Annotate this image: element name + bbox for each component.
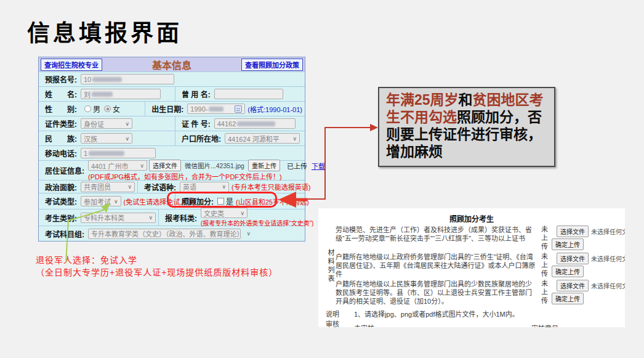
upload-status: 未上传 bbox=[539, 226, 549, 251]
residence-label: 居住证信息: bbox=[45, 165, 84, 176]
gender-male-text: 男 bbox=[93, 104, 100, 114]
page: { "page": { "title": "信息填报界面" }, "colors… bbox=[0, 0, 644, 358]
confirm-upload-button[interactable]: 确定上传 bbox=[552, 238, 584, 250]
material-text: 劳动模范、先进生产（工作）者及科技进步（成果）奖获证书、省级“五一劳动奖章”“新… bbox=[336, 226, 537, 243]
confirm-upload-button[interactable]: 确定上传 bbox=[552, 266, 584, 277]
household-label: 户口所在地: bbox=[182, 133, 221, 144]
no-file-text: 未选择任何文件 bbox=[591, 254, 625, 263]
no-file-text: 未选择任何文件 bbox=[591, 227, 625, 236]
bonus-checkbox-text: 是 bbox=[226, 196, 233, 206]
material-list-label: 材料列表 bbox=[326, 249, 336, 283]
callout-seg-black-1: 和 bbox=[459, 92, 473, 108]
note-label: 说明 bbox=[326, 309, 340, 319]
residence-note: (PDF或JPG格式，如有多张图片，合并为一个PDF文件后上传！) bbox=[88, 171, 325, 181]
row-id: 证件类型: 身份证 证 件 号: 44162 bbox=[39, 116, 305, 131]
upload-status: 未上传 bbox=[539, 280, 549, 306]
redacted-blur bbox=[92, 92, 113, 97]
birth-date-format-note: (格式:1990-01-01) bbox=[248, 104, 302, 114]
bonus-checkbox[interactable] bbox=[217, 198, 224, 205]
birth-date-label: 出生日期: bbox=[151, 104, 183, 114]
candidate-category-label: 考生类别: bbox=[45, 213, 77, 223]
exam-language-note: (专升本考生只能选报英语) bbox=[231, 182, 310, 192]
gender-label: 性 别: bbox=[45, 104, 77, 114]
no-file-text: 未选择任何文件 bbox=[591, 281, 625, 290]
bonus-label: 照顾加分: bbox=[182, 196, 214, 206]
former-name-input[interactable] bbox=[214, 89, 283, 99]
bonus-note: (山区县和25岁不用勾选) bbox=[236, 197, 309, 206]
exam-language-label: 考试语种: bbox=[144, 182, 176, 192]
callout-note: 年满25周岁和贫困地区考生不用勾选照顾加分，否则要上传证件进行审核，增加麻烦 bbox=[378, 87, 555, 167]
ethnicity-label: 民 族: bbox=[45, 133, 77, 144]
audit-status-value: 未审核 bbox=[354, 323, 374, 327]
callout-seg-darkred-1: 年满25周岁 bbox=[386, 92, 459, 108]
row-gender-birth: 性 别: 男 女 出生日期: 1990- (格式:1990-01-01) bbox=[39, 102, 305, 116]
material-row-2: 户籍所在地地级以上政府侨务管理部门出具的“三侨生”证明、《台湾居民居住证》、五年… bbox=[336, 253, 625, 279]
audit-status-label: 审核状态 bbox=[326, 320, 342, 327]
residence-choose-file-button[interactable]: 选择文件 bbox=[149, 160, 181, 171]
form-title: 基本信息 bbox=[102, 57, 241, 72]
panel-note-row: 说明 1、请选择jpg、png或者pdf格式图片文件，大小1M内。 bbox=[318, 307, 625, 319]
gender-female-radio[interactable] bbox=[104, 105, 111, 112]
gender-male-radio[interactable] bbox=[84, 105, 91, 112]
choose-file-button[interactable]: 选择文件 bbox=[557, 253, 589, 264]
name-input[interactable]: 刘 bbox=[81, 89, 161, 99]
audit-row: 审核状态 未审核 审核意见 bbox=[318, 319, 625, 327]
subject-group-label: 考试科目组: bbox=[45, 229, 84, 239]
residence-download-link[interactable]: 下载 bbox=[312, 161, 325, 171]
household-select[interactable]: 441624 河源和平 bbox=[225, 133, 300, 144]
choose-file-button[interactable]: 选择文件 bbox=[557, 226, 589, 237]
id-no-input[interactable]: 44162 bbox=[214, 118, 296, 129]
residence-reupload-button[interactable]: 重新上传 bbox=[248, 160, 280, 171]
row-pre-reg-no: 预报名号: 10 bbox=[39, 72, 305, 87]
redacted-blur bbox=[237, 121, 275, 126]
view-policy-button[interactable]: 查看照顾加分政策 bbox=[241, 59, 303, 71]
exam-type-select[interactable]: 参加考试 bbox=[81, 196, 121, 206]
upload-status: 未上传 bbox=[539, 253, 549, 279]
gender-female-text: 女 bbox=[113, 104, 120, 114]
note-text: 1、请选择jpg、png或者pdf格式图片文件，大小1M内。 bbox=[354, 309, 519, 319]
residence-uploaded-status: 已上传 bbox=[287, 161, 307, 171]
choose-file-button[interactable]: 选择文件 bbox=[557, 280, 589, 291]
ethnicity-select[interactable]: 汉族 bbox=[81, 133, 132, 144]
pre-reg-no-input[interactable]: 10 bbox=[81, 74, 174, 84]
former-name-label: 曾 用 名: bbox=[182, 89, 211, 99]
query-colleges-button[interactable]: 查询招生院校专业 bbox=[41, 59, 102, 71]
residence-city-select[interactable]: 4401 广州市 bbox=[88, 160, 147, 171]
row-name: 姓 名: 刘 曾 用 名: bbox=[39, 87, 305, 102]
row-subject-group: 考试科目组: 专升本教育学类（文史）（政治、外语、教育理论） bbox=[39, 226, 305, 241]
exam-language-select[interactable]: 英语 bbox=[180, 182, 229, 192]
subject-group-select[interactable]: 专升本教育学类（文史）（政治、外语、教育理论） bbox=[88, 229, 241, 239]
residence-file-name: 微信图片...42351.jpg bbox=[185, 161, 244, 170]
id-type-select[interactable]: 身份证 bbox=[81, 118, 132, 129]
form-header: 查询招生院校专业 基本信息 查看照顾加分政策 bbox=[39, 57, 305, 72]
mobile-label: 移动电话: bbox=[45, 148, 77, 158]
apply-category-select[interactable]: 文史类 bbox=[201, 208, 248, 218]
row-ethnic-household: 民 族: 汉族 户口所在地: 441624 河源和平 bbox=[39, 131, 305, 146]
exam-type-label: 考试类型: bbox=[45, 196, 77, 206]
bonus-materials-panel: 照顾加分考生 材料列表 劳动模范、先进生产（工作）者及科技进步（成果）奖获证书、… bbox=[318, 208, 625, 327]
arrow-to-callout-icon bbox=[370, 124, 378, 131]
bonus-panel-title: 照顾加分考生 bbox=[318, 208, 625, 224]
id-no-label: 证 件 号: bbox=[182, 118, 211, 129]
political-select[interactable]: 共青团员 bbox=[81, 182, 135, 192]
material-row-1: 劳动模范、先进生产（工作）者及科技进步（成果）奖获证书、省级“五一劳动奖章”“新… bbox=[336, 226, 625, 251]
audit-opinion-label: 审核意见 bbox=[531, 323, 558, 327]
veteran-note-line1: 退役军人选择：免试入学 bbox=[36, 254, 278, 266]
veteran-note: 退役军人选择：免试入学 （全日制大专学历+退役军人证+现场提供纸质版材料审核） bbox=[36, 254, 278, 279]
name-label: 姓 名: bbox=[45, 89, 77, 99]
confirm-upload-button[interactable]: 确定上传 bbox=[552, 293, 584, 304]
candidate-category-select[interactable]: 专科升本科类 bbox=[81, 213, 156, 223]
material-row-3: 户籍所在地地级以上民族事务管理部门出具的少数民族聚居地的少数民族考生证明等。县（… bbox=[336, 280, 625, 306]
calendar-icon[interactable] bbox=[235, 105, 242, 113]
id-type-label: 证件类型: bbox=[45, 118, 77, 129]
row-political-language: 政治面貌: 共青团员 考试语种: 英语 (专升本考生只能选报英语) bbox=[39, 181, 305, 193]
row-mobile: 移动电话: 1 bbox=[39, 146, 305, 161]
redacted-blur bbox=[92, 77, 122, 82]
material-text: 户籍所在地地级以上民族事务管理部门出具的少数民族聚居地的少数民族考生证明等。县（… bbox=[336, 280, 537, 306]
mobile-input[interactable]: 1 bbox=[81, 148, 156, 158]
apply-category-label: 报考科类: bbox=[165, 213, 197, 223]
redacted-blur bbox=[89, 151, 124, 156]
basic-info-form: 查询招生院校专业 基本信息 查看照顾加分政策 预报名号: 10 姓 名: 刘 曾… bbox=[38, 57, 305, 242]
birth-date-input[interactable]: 1990- bbox=[187, 104, 245, 114]
pre-reg-no-label: 预报名号: bbox=[45, 74, 77, 84]
